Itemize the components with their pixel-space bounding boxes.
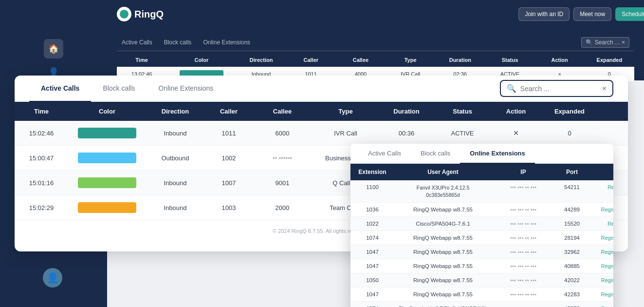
tab-block-calls[interactable]: Block calls [91,76,147,102]
popup-cell-port: 44289 [555,203,589,216]
cell-time: 15:01:16 [15,173,68,193]
popup-cell-status: Registered(WSS-NAT) [589,288,613,301]
bg-tab-online-ext: Online Extensions [203,39,250,46]
cell-time: 15:02:46 [15,123,68,144]
popup-cell-status: Registered(UDP) [589,217,613,230]
popup-tab-block-calls[interactable]: Block calls [411,144,460,164]
popup-table-row: 1100 Fanvil X3UPro 2.4.12.50c383e55865d … [350,180,613,203]
tab-active-calls[interactable]: Active Calls [29,76,91,102]
cell-callee: 2000 [253,197,312,218]
popup-cell-user-agent: RingQ Webapp w8.7.55 [394,245,492,259]
popup-th-status: Status [589,164,613,180]
popup-cell-extension: 1036 [350,203,394,216]
cell-direction: Inbound [146,197,204,218]
cell-status: ACTIVE [433,123,492,144]
popup-cell-user-agent: RingQ Webapp w8.7.55 [394,203,492,216]
table-header: Time Color Direction Caller Callee Type … [15,102,628,121]
search-input[interactable] [520,85,598,93]
cell-time: 15:00:47 [15,148,68,169]
popup-cell-port: 54211 [555,180,589,202]
popup-cell-port: 28194 [555,231,589,245]
popup-table-row: 1047 RingQ Webapp w8.7.55 ••• ••• •• •••… [350,245,613,259]
bg-content: Active Calls Block calls Online Extensio… [107,30,644,81]
search-icon: 🔍 [507,84,516,93]
popup-th-ip: IP [492,164,555,180]
popup-cell-extension: 1047 [350,245,394,259]
th-caller: Caller [204,102,253,121]
th-direction: Direction [146,102,204,121]
popup-cell-extension: 1074 [350,302,394,307]
cell-time: 15:02:29 [15,197,68,218]
meet-now-button[interactable]: Meet now [573,7,611,21]
popup-cell-user-agent: RingQ Webapp w8.7.55 [394,273,492,287]
popup-tab-online-extensions[interactable]: Online Extensions [460,144,534,164]
sidebar-item-home[interactable]: 🏠 [44,39,63,58]
th-action: Action [492,102,540,121]
popup-cell-extension: 1074 [350,231,394,245]
popup-cell-ip: ••• ••• •• ••• [492,203,555,216]
popup-table-row: 1036 RingQ Webapp w8.7.55 ••• ••• •• •••… [350,203,613,217]
popup-cell-user-agent: RingQ android v8.7.71 @ HONOR X8b [394,302,492,307]
popup-table: Extension User Agent IP Port Status 1100… [350,164,613,307]
table-row: 15:02:46 Inbound 1011 6000 IVR Call 00:3… [15,121,628,146]
popup-cell-status: Registered(WSS-NAT) [589,302,613,307]
logo-area: RingQ [117,7,164,21]
cell-type: IVR Call [312,123,380,144]
popup-cell-port: 42022 [555,273,589,287]
cell-color [68,171,146,195]
online-extensions-popup: Active Calls Block calls Online Extensio… [350,144,613,307]
th-duration: Duration [380,102,433,121]
tab-online-extensions[interactable]: Online Extensions [147,76,225,102]
th-type: Type [312,102,380,121]
topbar-actions: Join with an ID Meet now Scheduled Meeti… [518,5,644,23]
popup-tab-active-calls[interactable]: Active Calls [358,144,411,164]
avatar-bottom[interactable]: 👤 [43,268,62,288]
popup-cell-extension: 1050 [350,273,394,287]
popup-th-port: Port [555,164,589,180]
popup-table-row: 1047 RingQ Webapp w8.7.55 ••• ••• •• •••… [350,288,613,302]
popup-cell-status: Registered(WSS-NAT) [589,231,613,245]
popup-th-user-agent: User Agent [394,164,492,180]
popup-cell-status: Registered(UDP) [589,180,613,202]
cell-color [68,121,146,145]
popup-table-row: 1050 RingQ Webapp w8.7.55 ••• ••• •• •••… [350,273,613,288]
tabs-row: Active Calls Block calls Online Extensio… [15,76,628,102]
cell-duration: 00:36 [380,123,433,144]
schedule-meeting-button[interactable]: Scheduled Meeting [615,7,644,21]
cell-action[interactable]: × [492,121,540,145]
bg-table-header: Time Color Direction Caller Callee Type … [117,53,634,67]
bg-tab-active-calls: Active Calls [122,39,152,46]
popup-cell-status: Registered(WSS-NAT) [589,245,613,259]
th-color: Color [68,102,146,121]
th-time: Time [15,102,68,121]
popup-cell-user-agent: RingQ Webapp w8.7.55 [394,231,492,245]
cell-caller: 1011 [204,123,253,144]
popup-cell-status: Registered(WSS-NAT) [589,259,613,273]
popup-cell-user-agent: Fanvil X3UPro 2.4.12.50c383e55865d [394,180,492,202]
popup-cell-user-agent: RingQ Webapp w8.7.55 [394,259,492,273]
popup-cell-port: 45373 [555,302,589,307]
cell-color [68,146,146,170]
popup-cell-ip: ••• ••• •• ••• [492,231,555,245]
bg-search: 🔍 Search ... × [581,37,629,48]
th-expanded: Expanded [540,102,599,121]
clear-search-icon[interactable]: × [602,84,607,93]
cell-callee: •• •••••• [253,148,312,169]
popup-cell-ip: ••• ••• •• ••• [492,259,555,273]
th-status: Status [433,102,492,121]
popup-cell-ip: ••• ••• •• ••• [492,273,555,287]
popup-cell-port: 32962 [555,245,589,259]
cell-expanded: 0 [540,123,599,144]
popup-cell-ip: ••• ••• •• ••• [492,180,555,202]
logo-text: RingQ [134,9,164,20]
popup-cell-port: 15520 [555,217,589,230]
popup-cell-ip: ••• ••• •• ••• [492,288,555,301]
cell-caller: 1003 [204,197,253,218]
popup-table-row: 1074 RingQ android v8.7.71 @ HONOR X8b •… [350,302,613,307]
popup-cell-user-agent: Cisco/SPA504G-7.6.1 [394,217,492,230]
popup-cell-port: 42283 [555,288,589,301]
search-box: 🔍 × [500,80,613,97]
cell-direction: Inbound [146,173,204,193]
join-id-button[interactable]: Join with an ID [518,7,570,21]
popup-table-row: 1022 Cisco/SPA504G-7.6.1 ••• ••• •• ••• … [350,217,613,231]
